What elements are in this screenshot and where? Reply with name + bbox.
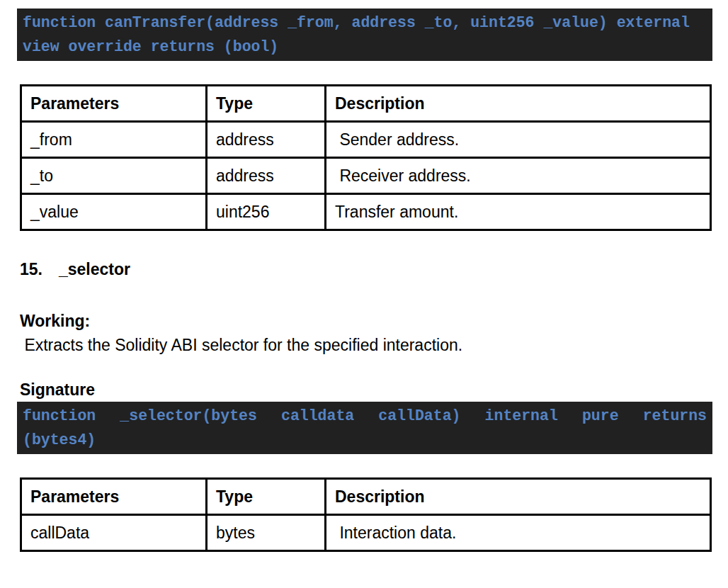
cell-param-name: _to bbox=[21, 158, 207, 194]
code-line: view override returns (bool) bbox=[23, 35, 707, 59]
table-row: callData bytes Interaction data. bbox=[21, 515, 711, 551]
table-row: _from address Sender address. bbox=[21, 122, 711, 158]
cell-param-name: callData bbox=[21, 515, 207, 551]
parameters-table-selector: Parameters Type Description callData byt… bbox=[20, 477, 712, 552]
document-page: function canTransfer(address _from, addr… bbox=[0, 0, 728, 588]
section-number: 15. bbox=[20, 259, 59, 279]
code-line: (bytes4) bbox=[23, 428, 707, 452]
section-heading-selector: 15._selector bbox=[20, 259, 712, 279]
cell-param-type: uint256 bbox=[207, 194, 326, 230]
cell-param-type: address bbox=[207, 158, 326, 194]
cell-param-type: address bbox=[207, 122, 326, 158]
signature-label: Signature bbox=[20, 380, 712, 400]
parameters-table-cantransfer: Parameters Type Description _from addres… bbox=[20, 84, 712, 231]
code-line: function canTransfer(address _from, addr… bbox=[23, 11, 707, 35]
cell-param-description: Receiver address. bbox=[326, 158, 711, 194]
table-header-row: Parameters Type Description bbox=[21, 86, 711, 122]
cell-param-name: _value bbox=[21, 194, 207, 230]
table-header-row: Parameters Type Description bbox=[21, 479, 711, 515]
header-cell-parameters: Parameters bbox=[21, 479, 207, 515]
table-row: _value uint256 Transfer amount. bbox=[21, 194, 711, 230]
header-cell-type: Type bbox=[207, 86, 326, 122]
section-title: _selector bbox=[59, 260, 130, 278]
working-description: Extracts the Solidity ABI selector for t… bbox=[20, 333, 712, 357]
cell-param-type: bytes bbox=[207, 515, 326, 551]
header-cell-description: Description bbox=[326, 479, 711, 515]
code-line: function _selector(bytes calldata callDa… bbox=[23, 404, 707, 428]
code-block-selector: function _selector(bytes calldata callDa… bbox=[17, 402, 712, 454]
cell-param-description: Transfer amount. bbox=[326, 194, 711, 230]
header-cell-type: Type bbox=[207, 479, 326, 515]
cell-param-description: Interaction data. bbox=[326, 515, 711, 551]
header-cell-description: Description bbox=[326, 86, 711, 122]
code-block-cantransfer: function canTransfer(address _from, addr… bbox=[17, 9, 712, 61]
cell-param-name: _from bbox=[21, 122, 207, 158]
cell-param-description: Sender address. bbox=[326, 122, 711, 158]
working-label: Working: bbox=[20, 309, 712, 333]
table-row: _to address Receiver address. bbox=[21, 158, 711, 194]
header-cell-parameters: Parameters bbox=[21, 86, 207, 122]
